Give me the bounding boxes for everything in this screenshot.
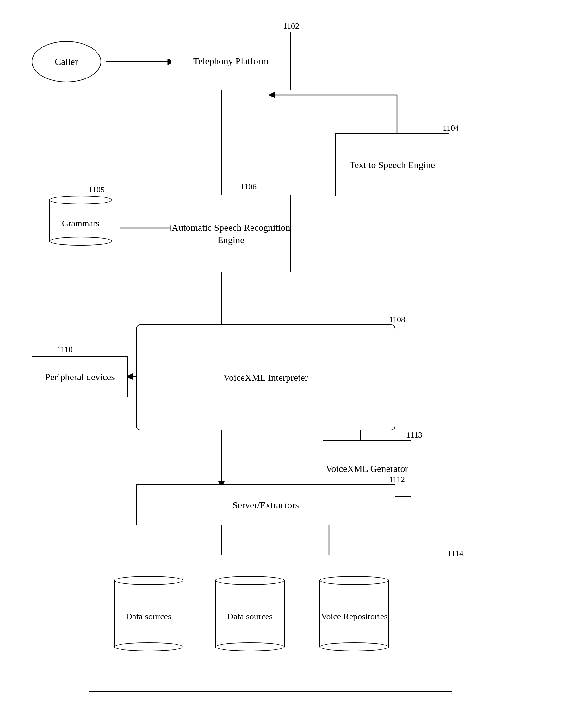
caller-node: Caller	[31, 41, 101, 82]
server-ref: 1112	[389, 475, 405, 484]
tts-ref: 1104	[443, 123, 459, 133]
telephony-label: Telephony Platform	[193, 55, 269, 67]
vr-cyl-top	[319, 576, 389, 585]
caller-label: Caller	[55, 56, 78, 67]
storage-group-ref: 1114	[447, 549, 463, 559]
asr-label: Automatic Speech Recognition Engine	[171, 221, 290, 246]
peripheral-label: Peripheral devices	[45, 371, 115, 383]
data-sources-1-node: Data sources	[114, 576, 184, 651]
svg-marker-6	[269, 92, 275, 98]
asr-ref: 1106	[240, 182, 256, 191]
tts-label: Text to Speech Engine	[350, 159, 435, 171]
telephony-platform-node: Telephony Platform	[171, 32, 291, 90]
grammars-cyl-top	[49, 196, 112, 204]
vr-cyl-body: Voice Repositories	[319, 580, 389, 647]
server-node: Server/Extractors	[136, 484, 395, 526]
ds2-cyl-top	[215, 576, 285, 585]
ds2-cyl-bottom	[215, 642, 285, 651]
asr-node: Automatic Speech Recognition Engine	[171, 194, 291, 272]
grammars-label: Grammars	[62, 219, 99, 228]
peripheral-node: Peripheral devices	[31, 356, 128, 397]
voicexml-interpreter-node: VoiceXML Interpreter	[136, 324, 395, 430]
voice-repos-label: Voice Repositories	[321, 612, 387, 622]
ds1-cyl-body: Data sources	[114, 580, 184, 647]
grammars-node: Grammars	[49, 196, 112, 246]
data-sources-2-label: Data sources	[227, 612, 273, 622]
server-label: Server/Extractors	[232, 499, 299, 511]
ds2-cyl-body: Data sources	[215, 580, 285, 647]
diagram-container: Caller Telephony Platform 1102 Text to S…	[0, 0, 588, 720]
tts-node: Text to Speech Engine	[335, 133, 449, 196]
voicexml-gen-ref: 1113	[406, 430, 422, 440]
ds1-cyl-bottom	[114, 642, 184, 651]
grammars-cyl-body: Grammars	[49, 200, 112, 241]
voice-repos-node: Voice Repositories	[319, 576, 389, 651]
grammars-cyl-bottom	[49, 237, 112, 246]
data-sources-2-node: Data sources	[215, 576, 285, 651]
ds1-cyl-top	[114, 576, 184, 585]
grammars-ref: 1105	[88, 185, 105, 194]
data-sources-1-label: Data sources	[126, 612, 171, 622]
voicexml-gen-label: VoiceXML Generator	[326, 462, 408, 475]
peripheral-ref: 1110	[57, 345, 73, 354]
telephony-ref: 1102	[283, 22, 299, 31]
voicexml-interpreter-label: VoiceXML Interpreter	[223, 371, 308, 384]
vr-cyl-bottom	[319, 642, 389, 651]
voicexml-interpreter-ref: 1108	[389, 315, 405, 324]
